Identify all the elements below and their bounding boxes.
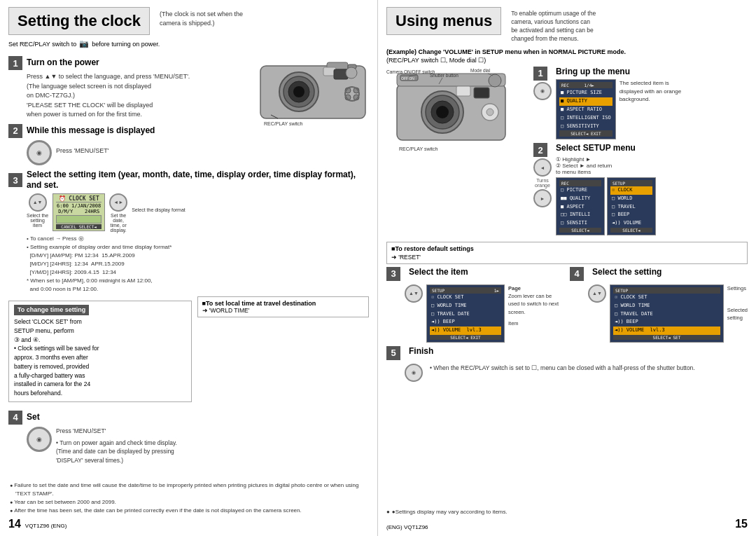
change-time-content: Select 'CLOCK SET' from SETUP menu, perf… (14, 317, 186, 398)
left-header: Setting the clock (The clock is not set … (8, 7, 369, 35)
footer-note-3: After the time has been set, the date ca… (8, 507, 369, 515)
step1-title: Turn on the power (27, 57, 99, 69)
clock-lcd: ⏰ CLOCK SET 6:00 1/JAN/2008 D/M/Y 24HRS … (52, 193, 105, 231)
step2-title: While this message is displayed (27, 125, 155, 137)
step2-sub1: ① Highlight ► ② Select ► and return to m… (556, 156, 748, 175)
step4-content: Press 'MENU/SET' • Turn on power again a… (56, 427, 177, 465)
menu-row-3: ■ ASPECT RATIO (559, 106, 612, 114)
restore-content: ➜ 'RESET' (391, 254, 743, 261)
right-step1-num: 1 (533, 67, 547, 81)
step4-row: 4 Select the setting (570, 267, 748, 281)
svg-text:Camera ON/OFF switch: Camera ON/OFF switch (386, 69, 435, 74)
setup-screens: REC □ PICTURE ■■ QUALITY ■ ASPECT □□ INT… (556, 177, 748, 235)
step3-row: 3 Select the item (386, 267, 564, 281)
right-step3-num: 3 (386, 267, 400, 281)
subtitle-text: Set REC/PLAY switch to (8, 41, 76, 48)
right-step1-title: Bring up the menu (556, 67, 748, 78)
left-page-number: 14 (8, 518, 21, 530)
right-vqt: (ENG) VQT1Z96 (386, 524, 428, 530)
change-time-box: To change time setting Select 'CLOCK SET… (8, 301, 192, 402)
turns-orange: Turnsorange (535, 178, 550, 188)
step4-number: 4 (8, 411, 22, 425)
svg-text:Mode dial: Mode dial (470, 68, 491, 73)
svg-text:REC/PLAY switch: REC/PLAY switch (264, 121, 302, 126)
right-header-note: To enable optimum usage of the camera, v… (511, 10, 596, 43)
right-footer: ●Settings display may vary according to … (386, 503, 748, 530)
step5-content: • When the REC/PLAY switch is set to ☐, … (427, 364, 695, 373)
step2-dial: ◉ (27, 140, 52, 165)
step3-screen: SETUP1► ☉ CLOCK SET □ WORLD TIME □ TRAVE… (426, 284, 505, 343)
footer-note-2: Year can be set between 2000 and 2099. (8, 498, 369, 507)
left-title: Setting the clock (18, 12, 141, 29)
travel-title: ■To set local time at travel destination (202, 300, 365, 307)
menu-row-5: □ SENSITIVITY (559, 123, 612, 131)
step5-area: 5 Finish ◉ • When the REC/PLAY switch is… (386, 346, 748, 382)
right-page-number: 15 (735, 518, 748, 530)
footer-note-1: Failure to set the date and time will ca… (8, 481, 369, 498)
step1-content: Press ▲▼ to select the language, and pre… (27, 72, 251, 120)
svg-point-4 (293, 86, 304, 97)
right-step2-title: Select SETUP menu (556, 143, 748, 154)
svg-point-29 (486, 109, 493, 116)
example-line: (Example) Change 'VOLUME' in SETUP menu … (386, 48, 748, 65)
subtitle-text2: before turning on power. (92, 41, 160, 48)
svg-rect-23 (456, 86, 470, 96)
step5-dial: ◉ (405, 364, 423, 382)
change-time-title: To change time setting (14, 305, 89, 316)
step1-number: 1 (8, 56, 22, 70)
lower-steps: 3 Select the item ▲▼ SETUP1► ☉ CLOCK SET… (386, 267, 748, 343)
step5-row: 5 Finish (386, 346, 748, 360)
right-step4-num: 4 (570, 267, 584, 281)
step3-header: 3 Select the setting item (year, month, … (8, 170, 369, 191)
example-text: (Example) Change 'VOLUME' in SETUP menu … (386, 48, 626, 55)
restore-box: ■To restore default settings ➜ 'RESET' (386, 242, 748, 264)
menu-row-1: ■ PICTURE SIZE (559, 89, 612, 97)
svg-text:REC/PLAY switch: REC/PLAY switch (399, 146, 438, 151)
rec-menu-screen: REC 1/4► ■ PICTURE SIZE ■ QUALITY ■ ASPE… (556, 79, 616, 139)
step3-area: 3 Select the item ▲▼ SETUP1► ☉ CLOCK SET… (386, 267, 564, 343)
step2-header: 2 While this message is displayed (8, 124, 251, 138)
right-header: Using menus To enable optimum usage of t… (386, 7, 748, 43)
setup-menu-left: REC □ PICTURE ■■ QUALITY ■ ASPECT □□ INT… (556, 177, 605, 235)
step4-dial: ▲▼ (588, 284, 606, 303)
svg-point-9 (346, 67, 357, 78)
step4-notes: Settings Selectedsetting (727, 284, 748, 322)
step1-note: The selected item is displayed with an o… (620, 79, 682, 103)
travel-content: ➜ 'WORLD TIME' (202, 307, 365, 314)
main-content: OFF ON REC/PLAY switch Shutter button Mo… (386, 67, 748, 239)
step3-title: Select the setting item (year, month, da… (27, 170, 369, 191)
svg-text:OFF ON: OFF ON (401, 76, 414, 81)
svg-point-24 (489, 74, 501, 87)
restore-title: ■To restore default settings (391, 245, 743, 252)
select-label: Select thesettingitem (27, 213, 48, 228)
step2-row: 2 ◄ Turnsorange ► Select SETUP menu ① Hi… (533, 143, 748, 235)
step4-title: Set (27, 412, 40, 423)
left-header-note: (The clock is not set when the camera is… (160, 10, 243, 27)
right-step1-dial: ◉ (533, 82, 552, 100)
svg-point-21 (436, 106, 449, 118)
right-title: Using menus (396, 12, 492, 29)
left-vqt: VQT1Z96 (ENG) (25, 523, 67, 529)
right-camera-image: OFF ON REC/PLAY switch Shutter button Mo… (386, 67, 516, 158)
example-line2: (REC/PLAY switch ☐, Mode dial ☐) (386, 57, 486, 64)
step4-screen: SETUP ☉ CLOCK SET □ WORLD TIME □ TRAVEL … (610, 284, 724, 343)
camera-column: OFF ON REC/PLAY switch Shutter button Mo… (386, 67, 526, 239)
steps-column: 1 ◉ Bring up the menu REC 1/4► ■ PICTURE… (533, 67, 748, 239)
left-page: Setting the clock (The clock is not set … (0, 0, 378, 536)
right-step5-num: 5 (386, 346, 400, 360)
step4-header: 4 Set (8, 411, 369, 425)
right-step4-title: Select the setting (592, 267, 662, 278)
step1-row: 1 ◉ Bring up the menu REC 1/4► ■ PICTURE… (533, 67, 748, 140)
step3-number: 3 (8, 173, 22, 187)
right-step2-dial2: ► (533, 189, 552, 207)
set-label: Set thedate,time, ordisplay. (110, 213, 126, 233)
right-step2-num: 2 (533, 143, 547, 157)
step4-dial: ◉ (27, 427, 52, 452)
right-page: Using menus To enable optimum usage of t… (378, 0, 756, 536)
format-label: Select the display format (132, 193, 186, 212)
left-title-box: Setting the clock (8, 7, 150, 35)
right-step3-title: Select the item (409, 267, 468, 278)
step2-content: Press 'MENU/SET' (56, 146, 108, 156)
select-dial: ▲▼ (29, 193, 47, 212)
right-title-box: Using menus (386, 7, 501, 35)
